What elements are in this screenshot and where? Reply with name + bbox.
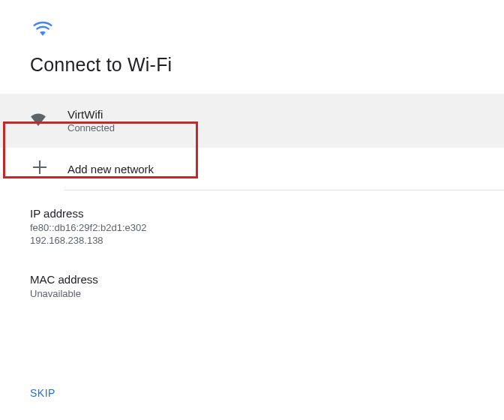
ip-address-block: IP address fe80::db16:29f2:b2d1:e302 192… <box>30 207 504 248</box>
mac-address-value: Unavailable <box>30 288 504 301</box>
wifi-signal-icon <box>30 112 46 129</box>
wifi-header-icon <box>33 21 504 39</box>
add-network-button[interactable]: Add new network <box>0 148 504 190</box>
network-name: VirtWifi <box>68 108 115 121</box>
plus-icon <box>33 160 46 177</box>
wifi-network-list: VirtWifi Connected Add new network <box>0 94 504 190</box>
mac-address-label: MAC address <box>30 273 504 286</box>
ip-address-label: IP address <box>30 207 504 220</box>
divider <box>64 190 504 190</box>
skip-button[interactable]: SKIP <box>30 387 56 399</box>
page-title: Connect to Wi-Fi <box>30 54 504 76</box>
ip-address-value: fe80::db16:29f2:b2d1:e302 192.168.238.13… <box>30 222 504 248</box>
mac-address-block: MAC address Unavailable <box>30 273 504 301</box>
add-network-label: Add new network <box>68 163 154 176</box>
network-status: Connected <box>68 122 115 134</box>
wifi-network-item[interactable]: VirtWifi Connected <box>0 94 504 148</box>
